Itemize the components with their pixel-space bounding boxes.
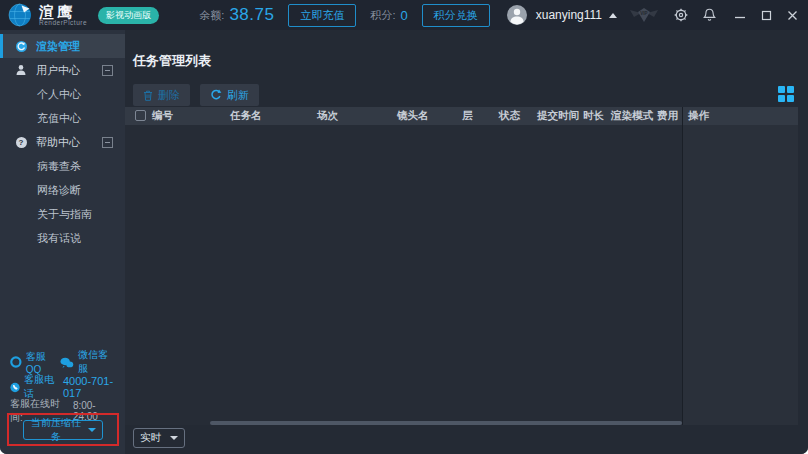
column-header-status: 状态 (499, 109, 520, 123)
caret-down-icon (170, 436, 178, 440)
avatar[interactable] (506, 4, 528, 26)
sidebar-item-help-center[interactable]: ? 帮助中心 (0, 130, 125, 154)
column-header-id: 编号 (152, 109, 173, 123)
refresh-button[interactable]: 刷新 (200, 84, 259, 106)
support-wechat-label: 微信客服 (78, 348, 117, 376)
points-exchange-button[interactable]: 积分兑换 (422, 4, 490, 27)
sidebar-item-render-management[interactable]: 渲染管理 (0, 34, 125, 58)
sidebar-item-virus-scan[interactable]: 病毒查杀 (0, 154, 125, 178)
caret-down-icon (88, 428, 96, 432)
trash-icon (143, 90, 153, 101)
app-logo-icon (8, 3, 32, 27)
app-window: 渲鹰 RenderPicture 影视动画版 余额: 38.75 立即充值 积分… (0, 0, 808, 454)
page-title: 任务管理列表 (133, 52, 211, 70)
table-body-empty (125, 125, 683, 425)
minimize-button[interactable] (734, 9, 746, 21)
points-value: 0 (400, 8, 407, 23)
delete-button[interactable]: 删除 (133, 84, 190, 106)
select-all-checkbox[interactable] (135, 110, 146, 121)
vip-badge-icon[interactable]: VIP (629, 7, 659, 23)
qq-icon (10, 356, 22, 368)
toolbar: 删除 刷新 (133, 84, 259, 106)
sidebar-item-label: 个人中心 (37, 87, 81, 102)
fixed-column-divider (682, 107, 683, 425)
refresh-icon (210, 89, 222, 101)
sidebar-item-network-diagnosis[interactable]: 网络诊断 (0, 178, 125, 202)
sidebar: 渲染管理 用户中心 个人中心 充值中心 ? (0, 30, 125, 454)
realtime-filter-value: 实时 (140, 431, 161, 445)
current-compress-task-button[interactable]: 当前压缩任务 (23, 420, 103, 440)
user-menu-caret-icon[interactable] (609, 13, 617, 18)
column-header-render-mode: 渲染模式 (611, 109, 653, 123)
sidebar-item-about-guide[interactable]: 关于与指南 (0, 202, 125, 226)
brand-subtitle: RenderPicture (39, 20, 87, 27)
sidebar-item-feedback[interactable]: 我有话说 (0, 226, 125, 250)
balance-value: 38.75 (229, 5, 274, 25)
settings-gear-icon[interactable] (674, 8, 688, 22)
support-qq-link[interactable]: 客服QQ (10, 350, 60, 375)
main-content: 任务管理列表 删除 刷新 编号 任务名 场次 (125, 30, 808, 454)
delete-button-label: 删除 (158, 88, 180, 103)
sidebar-item-label: 网络诊断 (37, 183, 81, 198)
sidebar-item-label: 病毒查杀 (37, 159, 81, 174)
edition-badge: 影视动画版 (98, 7, 159, 24)
support-phone-number: 4000-701-017 (63, 375, 117, 399)
table-header: 编号 任务名 场次 镜头名 层 状态 提交时间 时长 渲染模式 费用 操作 (125, 107, 798, 125)
username[interactable]: xuanying111 (536, 8, 602, 22)
column-header-duration: 时长 (583, 109, 604, 123)
brand-name: 渲鹰 (39, 4, 87, 19)
column-header-submit-time: 提交时间 (537, 109, 579, 123)
render-icon (14, 40, 28, 53)
column-header-layer: 层 (462, 109, 473, 123)
column-header-task-name: 任务名 (230, 109, 262, 123)
notifications-bell-icon[interactable] (703, 8, 716, 22)
sidebar-item-recharge-center[interactable]: 充值中心 (0, 106, 125, 130)
sidebar-item-label: 用户中心 (36, 63, 80, 78)
sidebar-item-label: 我有话说 (37, 231, 81, 246)
svg-text:VIP: VIP (640, 11, 647, 16)
column-header-cost: 费用 (657, 109, 678, 123)
annotation-red-box: 当前压缩任务 (7, 413, 119, 446)
current-compress-task-label: 当前压缩任务 (30, 416, 82, 444)
horizontal-scrollbar[interactable] (210, 421, 682, 425)
sidebar-item-label: 渲染管理 (36, 39, 80, 54)
sidebar-item-label: 关于与指南 (37, 207, 92, 222)
column-header-actions: 操作 (688, 109, 709, 123)
sidebar-item-label: 帮助中心 (36, 135, 80, 150)
sidebar-item-label: 充值中心 (37, 111, 81, 126)
refresh-button-label: 刷新 (227, 88, 249, 103)
titlebar: 渲鹰 RenderPicture 影视动画版 余额: 38.75 立即充值 积分… (0, 0, 808, 30)
recharge-button[interactable]: 立即充值 (288, 4, 356, 27)
collapse-section-icon[interactable] (102, 137, 113, 148)
balance-label: 余额: (199, 8, 224, 23)
user-icon (14, 64, 28, 76)
maximize-button[interactable] (761, 10, 772, 21)
help-icon: ? (16, 137, 27, 148)
logo: 渲鹰 RenderPicture 影视动画版 (8, 3, 159, 27)
column-header-scene: 场次 (317, 109, 338, 123)
close-button[interactable] (787, 10, 798, 21)
grid-view-icon[interactable] (778, 86, 794, 102)
wechat-icon (60, 357, 74, 368)
sidebar-item-personal-center[interactable]: 个人中心 (0, 82, 125, 106)
support-wechat-link[interactable]: 微信客服 (60, 348, 117, 376)
realtime-filter-select[interactable]: 实时 (133, 428, 185, 448)
phone-icon (10, 381, 20, 394)
column-header-shot-name: 镜头名 (397, 109, 429, 123)
support-qq-label: 客服QQ (26, 350, 61, 375)
points-label: 积分: (370, 8, 395, 23)
table-body-fixed-column (683, 125, 798, 425)
collapse-section-icon[interactable] (102, 65, 113, 76)
sidebar-item-user-center[interactable]: 用户中心 (0, 58, 125, 82)
